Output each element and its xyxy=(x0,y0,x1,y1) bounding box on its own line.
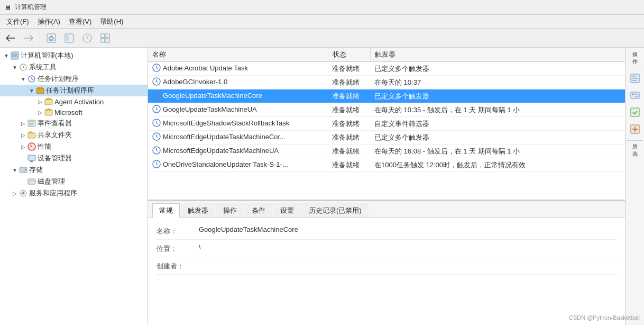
svg-marker-18 xyxy=(45,98,52,100)
expander-root: ▼ xyxy=(2,51,11,60)
table-row[interactable]: AdobeGCInvoker-1.0准备就绪在每天的 10:37 xyxy=(148,76,625,89)
expander-task: ▼ xyxy=(19,75,27,83)
task-name-cell: OneDriveStandaloneUpdater Task-S-1-... xyxy=(148,158,328,172)
sidebar-label-system: 系统工具 xyxy=(29,62,57,72)
back-button[interactable] xyxy=(2,30,19,46)
watermark: CSDN @Python-Basketball xyxy=(569,314,640,321)
sidebar-label-disk: 磁盘管理 xyxy=(38,177,65,186)
table-row[interactable]: MicrosoftEdgeShadowStackRollbackTask准备就绪… xyxy=(148,117,625,131)
sidebar-label-shared: 共享文件夹 xyxy=(38,130,72,140)
detail-content: 名称： GoogleUpdateTaskMachineCore 位置： \ 创建… xyxy=(148,218,625,279)
col-status[interactable]: 状态 xyxy=(328,48,370,62)
task-trigger-cell: 在每天的 10:35 - 触发后，在 1 天 期间每隔 1 小 xyxy=(370,103,625,117)
col-trigger[interactable]: 触发器 xyxy=(370,48,625,62)
menu-action[interactable]: 操作(A) xyxy=(33,15,65,28)
sidebar-label-library: 任务计划程序库 xyxy=(46,86,94,95)
sidebar-label-performance: 性能 xyxy=(38,142,51,151)
expander-services: ▷ xyxy=(11,189,19,197)
expander-disk xyxy=(19,177,27,186)
action-icon2[interactable] xyxy=(627,87,643,103)
svg-rect-17 xyxy=(45,100,52,105)
svg-marker-20 xyxy=(45,109,52,110)
task-name-cell: MicrosoftEdgeShadowStackRollbackTask xyxy=(148,117,328,131)
tab-history[interactable]: 历史记录(已禁用) xyxy=(302,203,369,218)
expander-agent: ▷ xyxy=(36,97,44,106)
sidebar-item-performance[interactable]: ▷ 性能 xyxy=(0,141,148,152)
sidebar-item-services[interactable]: ▷ 服务和应用程序 xyxy=(0,187,148,199)
svg-rect-4 xyxy=(69,35,73,41)
actions-panel: 操作 所选 xyxy=(625,48,644,325)
svg-rect-28 xyxy=(28,155,35,160)
toolbar: ? xyxy=(0,29,644,48)
tab-general[interactable]: 常规 xyxy=(152,203,180,218)
task-status-cell: 准备就绪 xyxy=(328,103,370,117)
sidebar-item-task-library[interactable]: ▼ 任务计划程序库 xyxy=(0,85,148,96)
sidebar-item-root[interactable]: ▼ 计算机管理(本地) xyxy=(0,50,148,61)
sidebar-item-system-tools[interactable]: ▼ 系统工具 xyxy=(0,61,148,73)
sidebar-label-root: 计算机管理(本地) xyxy=(21,51,73,60)
menu-file[interactable]: 文件(F) xyxy=(2,15,33,28)
task-status-cell: 准备就绪 xyxy=(328,158,370,172)
task-name-cell: GoogleUpdateTaskMachineCore xyxy=(148,89,328,103)
sidebar-item-microsoft[interactable]: ▷ Microsoft xyxy=(0,107,148,118)
help-button[interactable]: ? xyxy=(79,30,96,46)
table-row[interactable]: GoogleUpdateTaskMachineUA准备就绪在每天的 10:35 … xyxy=(148,103,625,117)
task-list[interactable]: 名称 状态 触发器 Adobe Acrobat Update Task准备就绪已… xyxy=(148,48,625,201)
table-row[interactable]: MicrosoftEdgeUpdateTaskMachineUA准备就绪在每天的… xyxy=(148,145,625,158)
sidebar-item-agent[interactable]: ▷ Agent Activation xyxy=(0,96,148,107)
task-name-cell: Adobe Acrobat Update Task xyxy=(148,62,328,76)
tab-triggers[interactable]: 触发器 xyxy=(181,203,215,218)
value-name: GoogleUpdateTaskMachineCore xyxy=(199,225,617,233)
menu-view[interactable]: 查看(V) xyxy=(65,15,96,28)
action-icon3[interactable] xyxy=(627,104,643,120)
task-name-cell: GoogleUpdateTaskMachineUA xyxy=(148,103,328,117)
action-icon4[interactable] xyxy=(627,121,643,137)
svg-rect-10 xyxy=(106,39,109,42)
svg-text:?: ? xyxy=(86,35,89,41)
icon-performance xyxy=(27,142,36,151)
task-name-cell: MicrosoftEdgeUpdateTaskMachineCor... xyxy=(148,131,328,145)
svg-rect-7 xyxy=(101,34,105,38)
table-row[interactable]: GoogleUpdateTaskMachineCore准备就绪已定义多个触发器 xyxy=(148,89,625,103)
forward-button[interactable] xyxy=(20,30,37,46)
sidebar-item-shared-folders[interactable]: ▷ 共享文件夹 xyxy=(0,129,148,141)
icon-disk xyxy=(27,177,36,186)
task-trigger-cell: 在1000任务触发 12:00时，触发后，正常情况有效 xyxy=(370,158,625,172)
actions-panel-label: 操作 xyxy=(627,49,643,68)
tab-actions[interactable]: 操作 xyxy=(216,203,244,218)
task-name-cell: MicrosoftEdgeUpdateTaskMachineUA xyxy=(148,145,328,158)
toolbar-separator-1 xyxy=(40,32,40,44)
svg-point-47 xyxy=(632,94,633,95)
expander-shared: ▷ xyxy=(19,131,27,139)
sidebar-label-storage: 存储 xyxy=(29,165,43,175)
action-task[interactable] xyxy=(627,70,643,86)
menu-bar: 文件(F) 操作(A) 查看(V) 帮助(H) xyxy=(0,15,644,29)
sidebar-item-event-viewer[interactable]: ▷ 事件查看器 xyxy=(0,118,148,129)
tab-conditions[interactable]: 条件 xyxy=(245,203,272,218)
sidebar-item-disk[interactable]: 磁盘管理 xyxy=(0,176,148,187)
show-hide-button[interactable] xyxy=(61,30,78,46)
expander-device xyxy=(19,154,27,162)
menu-help[interactable]: 帮助(H) xyxy=(96,15,127,28)
svg-rect-12 xyxy=(12,53,17,57)
table-row[interactable]: Adobe Acrobat Update Task准备就绪已定义多个触发器 xyxy=(148,62,625,76)
sidebar-item-device-manager[interactable]: 设备管理器 xyxy=(0,152,148,164)
toggle-view-button[interactable] xyxy=(97,30,114,46)
actions-panel-sub-label: 所选 xyxy=(627,140,643,158)
tab-settings[interactable]: 设置 xyxy=(273,203,301,218)
svg-rect-19 xyxy=(45,110,52,115)
sidebar-item-task-scheduler[interactable]: ▼ 任务计划程序 xyxy=(0,73,148,85)
sidebar-item-storage[interactable]: ▼ 存储 xyxy=(0,164,148,176)
task-status-cell: 准备就绪 xyxy=(328,76,370,89)
task-trigger-cell: 在每天的 10:37 xyxy=(370,76,625,89)
up-button[interactable] xyxy=(43,30,60,46)
col-name[interactable]: 名称 xyxy=(148,48,328,62)
svg-rect-1 xyxy=(49,39,53,41)
sidebar-label-device: 设备管理器 xyxy=(38,154,72,163)
table-header-row: 名称 状态 触发器 xyxy=(148,48,625,62)
svg-rect-46 xyxy=(631,92,639,98)
table-row[interactable]: OneDriveStandaloneUpdater Task-S-1-...准备… xyxy=(148,158,625,172)
main-layout: ▼ 计算机管理(本地) ▼ 系统工具 ▼ 任务计划程序 ▼ 任务计 xyxy=(0,48,644,325)
expander-microsoft: ▷ xyxy=(36,108,44,116)
table-row[interactable]: MicrosoftEdgeUpdateTaskMachineCor...准备就绪… xyxy=(148,131,625,145)
